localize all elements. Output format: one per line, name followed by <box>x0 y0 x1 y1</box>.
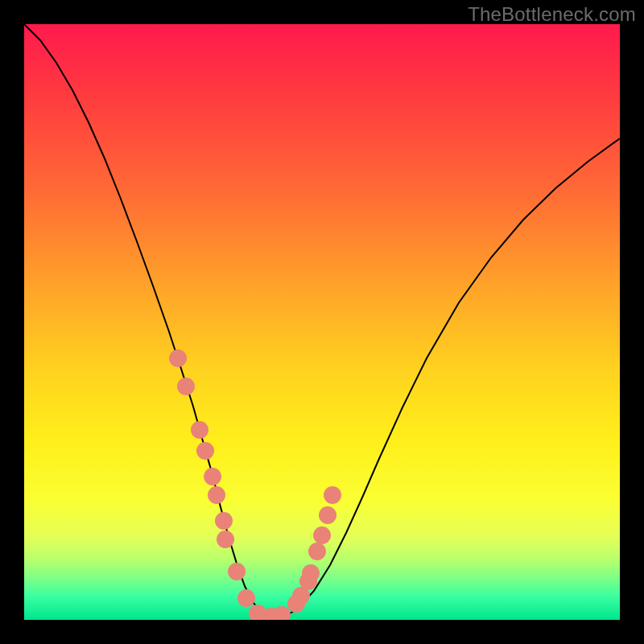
chart-frame: TheBottleneck.com <box>0 0 644 644</box>
scatter-dot <box>204 468 221 485</box>
scatter-dot <box>191 421 208 439</box>
plot-area <box>24 24 620 620</box>
scatter-dot <box>208 486 225 504</box>
scatter-dot <box>302 564 320 582</box>
scatter-dots <box>169 349 341 620</box>
scatter-dot <box>313 526 331 544</box>
scatter-dot <box>237 589 255 607</box>
watermark-text: TheBottleneck.com <box>468 3 636 26</box>
scatter-dot <box>217 530 234 548</box>
chart-svg <box>24 24 620 620</box>
scatter-dot <box>177 378 195 395</box>
scatter-dot <box>319 506 336 524</box>
scatter-dot <box>196 442 214 460</box>
scatter-dot <box>169 349 187 367</box>
scatter-dot <box>308 543 326 560</box>
scatter-dot <box>324 486 341 504</box>
scatter-dot <box>228 563 246 580</box>
scatter-dot <box>273 606 291 620</box>
scatter-dot <box>215 512 233 530</box>
